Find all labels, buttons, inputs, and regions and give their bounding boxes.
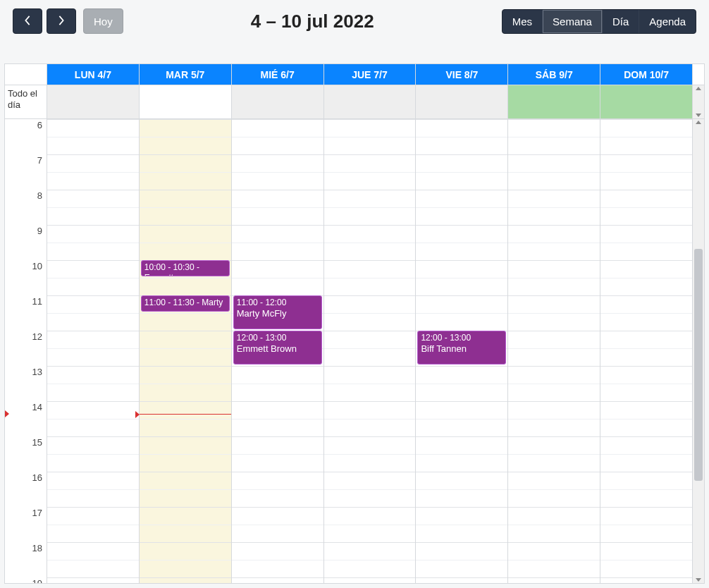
allday-cell[interactable] [140,85,232,118]
calendar-event[interactable]: 12:00 - 13:00Emmett Brown [233,331,322,365]
day-columns: 10:00 - 10:30 - Emmett11:00 - 11:30 - Ma… [47,119,693,583]
scrollbar-thumb[interactable] [694,249,703,481]
hour-label: 15 [32,437,42,448]
event-time: 11:00 - 11:30 - Marty [144,298,226,308]
event-time: 12:00 - 13:00 [421,333,503,343]
hour-label: 11 [32,296,42,307]
hour-label: 13 [32,367,42,377]
calendar-event[interactable]: 10:00 - 10:30 - Emmett [141,260,230,276]
scroll-gutter-header [693,64,704,85]
allday-cell[interactable] [232,85,324,118]
hour-label: 16 [32,472,42,483]
day-header[interactable]: VIE 8/7 [416,64,508,85]
allday-label: Todo el día [5,85,47,118]
view-week-button[interactable]: Semana [543,10,603,33]
event-time: 10:00 - 10:30 - Emmett [144,262,226,276]
hour-label: 8 [37,190,42,201]
day-column[interactable]: 10:00 - 10:30 - Emmett11:00 - 11:30 - Ma… [140,119,232,583]
day-column[interactable] [47,119,140,583]
chevron-right-icon [56,16,66,27]
hour-label: 18 [32,543,42,553]
allday-cell[interactable] [324,85,417,118]
event-title: Biff Tannen [421,343,503,355]
allday-cell[interactable] [508,85,600,118]
allday-scroll-gutter[interactable] [693,85,704,118]
now-indicator-icon [5,410,9,417]
event-time: 12:00 - 13:00 [237,333,319,343]
calendar: LUN 4/7 MAR 5/7 MIÉ 6/7 JUE 7/7 VIE 8/7 … [4,63,705,584]
day-header-row: LUN 4/7 MAR 5/7 MIÉ 6/7 JUE 7/7 VIE 8/7 … [5,64,704,85]
view-month-button[interactable]: Mes [503,10,543,33]
scroll-down-icon[interactable] [696,114,701,117]
allday-cell[interactable] [47,85,140,118]
today-button[interactable]: Hoy [83,8,123,34]
day-header[interactable]: JUE 7/7 [324,64,417,85]
hour-label: 12 [32,331,42,342]
hour-label: 14 [32,402,42,412]
day-column[interactable] [324,119,417,583]
day-header[interactable]: MAR 5/7 [140,64,232,85]
event-time: 11:00 - 12:00 [237,298,319,308]
allday-row: Todo el día [5,85,704,119]
time-gutter: 678910111213141516171819 [5,119,47,583]
now-indicator [140,414,231,415]
hour-label: 10 [32,261,42,271]
calendar-event[interactable]: 11:00 - 12:00Marty McFly [233,295,322,329]
event-title: Marty McFly [237,308,319,319]
hour-label: 7 [37,155,42,166]
day-column[interactable] [508,119,600,583]
view-agenda-button[interactable]: Agenda [639,10,696,33]
scroll-up-icon[interactable] [696,121,701,124]
view-switcher: Mes Semana Día Agenda [502,9,696,34]
time-grid-wrap: 678910111213141516171819 10:00 - 10:30 -… [5,119,704,583]
day-header[interactable]: MIÉ 6/7 [232,64,324,85]
date-range-title: 4 – 10 jul 2022 [251,11,374,32]
toolbar: Hoy 4 – 10 jul 2022 Mes Semana Día Agend… [0,0,709,42]
hour-label: 9 [37,226,42,236]
scroll-up-icon[interactable] [696,87,701,90]
hour-label: 6 [37,120,42,130]
day-column[interactable]: 12:00 - 13:00Biff Tannen [416,119,508,583]
allday-cell[interactable] [600,85,693,118]
calendar-event[interactable]: 11:00 - 11:30 - Marty [141,295,230,312]
day-header[interactable]: LUN 4/7 [47,64,140,85]
view-day-button[interactable]: Día [603,10,639,33]
prev-button[interactable] [13,8,42,34]
scroll-down-icon[interactable] [696,578,701,582]
next-button[interactable] [47,8,76,34]
day-header[interactable]: DOM 10/7 [600,64,693,85]
chevron-left-icon [23,16,32,27]
allday-cell[interactable] [416,85,508,118]
time-gutter-header [5,64,47,85]
event-title: Emmett Brown [237,343,319,355]
day-column[interactable]: 11:00 - 12:00Marty McFly12:00 - 13:00Emm… [232,119,324,583]
day-header[interactable]: SÁB 9/7 [508,64,600,85]
day-column[interactable] [600,119,693,583]
hour-label: 17 [32,508,42,518]
calendar-event[interactable]: 12:00 - 13:00Biff Tannen [417,331,506,365]
vertical-scrollbar[interactable] [693,119,704,583]
hour-label: 19 [32,578,42,584]
title-wrap: 4 – 10 jul 2022 [123,11,502,32]
nav-group [13,8,76,34]
time-grid: 678910111213141516171819 10:00 - 10:30 -… [5,119,693,583]
